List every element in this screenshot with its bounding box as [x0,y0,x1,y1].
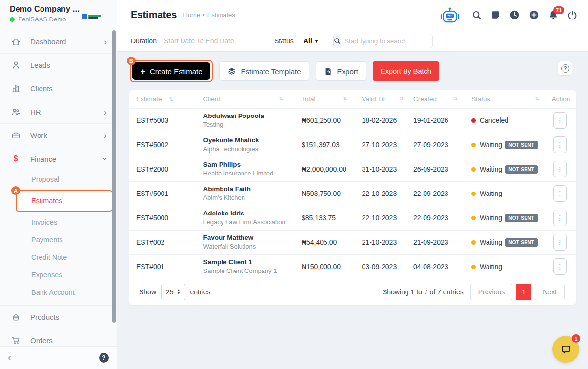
speech-bubble-icon [559,342,573,357]
sort-icon[interactable]: ⇅ [453,96,458,102]
filter-bar: Duration Start Date To End Date Status A… [117,30,588,52]
notifications-bell-icon[interactable]: 71 [548,10,558,20]
row-actions-button[interactable]: ⋮ [553,161,567,177]
sort-icon[interactable]: ⇅ [535,96,539,102]
row-actions-button[interactable]: ⋮ [553,185,567,202]
total-amount: $85,133.75 [295,206,355,230]
client-name: Abimbola Faith [203,184,292,194]
sort-icon[interactable]: ⇅ [399,96,404,102]
sub-item-label: Expenses [31,271,62,279]
home-icon [11,37,20,47]
sidebar-item-label: Dashboard [30,38,66,46]
column-header-status[interactable]: Status⇅ [465,90,545,108]
breadcrumb-current: Estimates [207,11,235,19]
page-help-button[interactable]: ? [558,61,572,76]
status-dot [471,240,476,245]
client-name: Sam Philips [203,160,292,170]
logout-power-icon[interactable] [568,10,577,20]
table-footer: Show 25 ▲▼ entries Showing 1 to 7 of 7 e… [129,279,576,305]
valid-till-date: 22-10-2023 [355,181,406,206]
help-icon[interactable]: ? [99,353,109,363]
basket-icon [11,312,20,322]
created-date: 27-09-2023 [406,133,465,157]
table-row: EST#001 Sample Client 1 Sample Client Co… [129,254,576,279]
kebab-menu-icon: ⋮ [557,263,564,271]
annotation-badge-a: A [11,186,20,195]
status-cell: Waiting [465,254,545,279]
column-header-estimate[interactable]: Estimate⇅ [129,90,196,108]
search-icon[interactable] [472,10,482,20]
total-amount: $151,397.03 [295,133,355,157]
column-header-client[interactable]: Client⇅ [196,90,295,108]
next-page-button[interactable]: Next [535,284,565,300]
sidebar-item-leads[interactable]: Leads [0,54,117,77]
status-dot [471,192,476,196]
kebab-menu-icon: ⋮ [557,238,564,246]
column-header-total[interactable]: Total⇅ [295,90,355,108]
history-clock-icon[interactable] [509,10,520,20]
valid-till-date: 22-10-2023 [355,206,406,230]
row-actions-button[interactable]: ⋮ [553,112,567,129]
search-input[interactable] [341,34,433,48]
total-amount: ₦2,000,000.00 [295,157,355,181]
toolbar: B + Create Estimate Estimate Template [130,60,572,82]
status-filter-dropdown[interactable]: All▼ [304,30,319,52]
column-header-created[interactable]: Created⇅ [406,90,465,108]
status-dot [471,265,476,269]
sidebar-item-dashboard[interactable]: Dashboard › [0,30,117,54]
cart-icon [11,336,20,346]
chat-launcher-button[interactable]: 1 [552,336,579,363]
sidebar-item-payments[interactable]: Payments [0,231,117,249]
table-search [333,34,433,48]
people-icon [11,107,20,117]
create-estimate-button[interactable]: + Create Estimate [132,62,210,80]
sidebar-item-work[interactable]: Work › [0,124,117,147]
estimate-template-button[interactable]: Estimate Template [219,61,309,81]
sidebar-item-expenses[interactable]: Expenses [0,266,117,284]
sidebar-item-clients[interactable]: Clients [0,77,117,100]
page-size-select[interactable]: 25 ▲▼ [161,284,185,300]
annotation-badge-b: B [127,57,136,65]
estimates-table: Estimate⇅ Client⇅ Total⇅ Valid Till⇅ Cre… [129,90,576,279]
sidebar-scrollbar[interactable] [112,30,116,323]
sidebar-item-products[interactable]: Products [0,306,117,329]
column-header-valid-till[interactable]: Valid Till⇅ [355,90,406,108]
content-area: B + Create Estimate Estimate Template [117,52,588,369]
row-actions-button[interactable]: ⋮ [553,210,567,226]
sort-icon[interactable]: ⇅ [343,96,347,102]
sidebar-item-finance[interactable]: $ Finance › [0,147,117,171]
current-page-button[interactable]: 1 [516,284,531,300]
feedback-note-icon[interactable] [491,10,500,19]
row-actions-button[interactable]: ⋮ [553,136,567,153]
row-actions-button[interactable]: ⋮ [553,258,567,275]
sidebar-item-credit-note[interactable]: Credit Note [0,249,117,266]
client-company: Sample Client Company 1 [203,267,292,276]
total-amount: ₦601,250.00 [295,108,355,133]
quick-add-plus-icon[interactable] [529,10,539,20]
breadcrumb-separator: • [203,11,205,19]
sidebar-item-hr[interactable]: HR › [0,100,117,124]
fenisaas-logo [82,14,101,19]
ai-robot-icon[interactable] [440,7,460,23]
column-header-action: Action [545,90,576,108]
export-by-batch-button[interactable]: Export By Batch [373,61,439,81]
app-window: Demo Company ... FeniSAAS Demo Dashboard… [0,0,588,369]
row-actions-button[interactable]: ⋮ [553,234,567,251]
status-label: Waiting [480,263,502,271]
sidebar-item-proposal[interactable]: Proposal [0,171,117,188]
sidebar-item-label: Products [30,313,59,321]
finance-submenu: Proposal A Estimates Invoices Payments C… [0,171,117,306]
collapse-sidebar-icon[interactable]: ‹ [8,352,11,363]
previous-page-button[interactable]: Previous [470,284,512,300]
client-company: Testing [203,120,292,130]
sidebar-item-estimates[interactable]: A Estimates [16,190,113,212]
sidebar-item-invoices[interactable]: Invoices [0,214,117,231]
duration-range-input[interactable]: Start Date To End Date [164,30,234,52]
export-button[interactable]: Export [316,61,366,81]
sort-icon[interactable]: ⇅ [279,96,283,102]
sort-icon[interactable]: ⇅ [169,97,173,102]
breadcrumb-home[interactable]: Home [183,11,201,19]
sidebar-item-bank-account[interactable]: Bank Account [0,284,117,301]
status-label: Waiting [480,238,502,246]
sidebar-header: Demo Company ... FeniSAAS Demo [0,0,117,30]
